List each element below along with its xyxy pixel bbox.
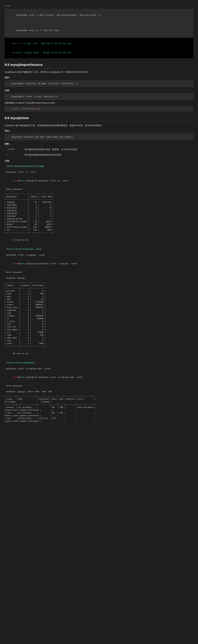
example-2-wrapper: #查询test库中每个表中的字段书，及行数 mysqlshow -uroot -… (5, 247, 193, 359)
page-wrapper: #示例： mysqldump -uroot -p db01 tb_book --… (0, 0, 198, 427)
example-label-top: #示例： (5, 4, 193, 8)
cmd-dump-2: mysqldump -uroot -p -T /tmp test city (12, 30, 59, 32)
section-96-syntax-label: 语法： (5, 129, 193, 132)
param-flag: -i (5, 152, 23, 157)
section-95-note: 如果需要导入sql文件,可以使用mysql中的source 指令： (5, 101, 193, 105)
section-95-syntax-code: mysqlimport [options] db_name textfile1 … (5, 80, 193, 87)
section-95-example-cmd: mysqlimport -uroot -p test /tmp/city.txt (5, 94, 193, 100)
example-3-table: +--------+------------------+-----------… (5, 395, 193, 423)
example-2-table: +------------+---------+------------+ | … (5, 282, 193, 348)
example-2-cmd1: mysqlshow -uroot -p atguigu --count (5, 252, 193, 258)
example-1-cmd2: [root@node1 atguigu2]# mysqlshow -uroot … (5, 176, 193, 186)
param-row: -i显示指定数据库或者指定表的状态信息 (5, 152, 193, 157)
example-1-comment: #查询每个数据库的表的数量及表中记录的数量 (5, 164, 193, 169)
terminal-output-1: -rw-r--r-- 1 root root 2825 Apr 17 19:45… (5, 38, 193, 58)
example-3-wrapper: #查询test库中book表的详细情况 mysqlshow -uroot -p … (5, 360, 193, 423)
section-96-example-label: 示例: (5, 159, 193, 162)
section-95-source-cmd: source /root/tb_book.sql (5, 106, 193, 112)
param-row: --count显示数据库及表的统计信息（数据库，表 均可以不指定） (5, 147, 193, 152)
example-3-cmd2: [root@node1 atguigu2]# mysqlshow -uroot … (5, 372, 193, 383)
file-perm-2: -rw-rw-rw- 1 mysql mysql 90 Apr 17 19:45… (11, 52, 71, 54)
example-1-cmd1: mysqlshow -uroot -p --count (5, 170, 193, 175)
example-3-comment: #查询test库中book表的详细情况 (5, 360, 193, 366)
example-3-enter: Enter password: (5, 383, 193, 388)
section-95-intro: mysqlimport 是客户端数据导入工具，用来导入mysqldump 加 -… (5, 70, 193, 74)
section-95-syntax-label: 语法： (5, 76, 193, 79)
example-2-rowset: 20 rows in set. (5, 348, 193, 359)
example-1-table: +--------------------+--------+---------… (5, 193, 193, 234)
section-96-params-label: 参数： (5, 142, 193, 146)
example-2-comment: #查询test库中每个表中的字段书，及行数 (5, 247, 193, 252)
example-2-dbname: Database: atguigu (5, 276, 193, 281)
example-1-rowset: 11 rows in set. (5, 235, 193, 246)
example-2-cmd2: [root@node1 atguigu2]# mysqlshow -uroot … (5, 258, 193, 269)
example-2-enter: Enter password: (5, 270, 193, 275)
params-table: --count显示数据库及表的统计信息（数据库，表 均可以不指定）-i显示指定数… (5, 147, 193, 157)
param-flag: --count (5, 147, 23, 152)
file-perm-1: -rw-r--r-- 1 root root 2825 Apr 17 19:45… (11, 42, 71, 45)
section-96-syntax-code: mysqlshow [options] [db_name [table_name… (5, 134, 193, 140)
example-3-dbname: Database: atguigu Table: book Rows: 100 (5, 389, 193, 394)
section-96-heading: 9.6 mysqlshow (5, 115, 193, 122)
cmd-dump-1: mysqldump -uroot -p db01 tb_book --add-d… (12, 14, 101, 16)
example-3-cmd1: mysqlshow -uroot -p atguigu book --count (5, 366, 193, 371)
section-95-example-label: 示例: (5, 89, 193, 92)
section-96-intro: mysqlshow 客户端对象查找工具，用来很快地查找存在哪些数据库、数据库中的… (5, 124, 193, 128)
param-desc: 显示指定数据库或者指定表的状态信息 (23, 152, 193, 157)
code-block-top: mysqldump -uroot -p db01 tb_book --add-d… (5, 9, 193, 37)
example-1-enter: Enter password: (5, 187, 193, 192)
section-95-heading: 9.5 mysqlimport/source (5, 62, 193, 68)
param-desc: 显示数据库及表的统计信息（数据库，表 均可以不指定） (23, 147, 193, 152)
example-1-wrapper: #查询每个数据库的表的数量及表中记录的数量 mysqlshow -uroot -… (5, 164, 193, 246)
